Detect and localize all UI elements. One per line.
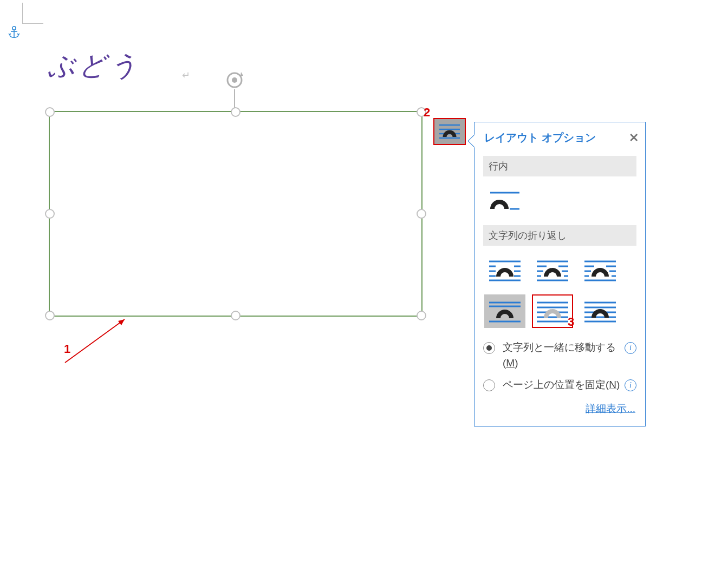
resize-handle[interactable] <box>45 209 55 219</box>
resize-handle[interactable] <box>417 209 426 219</box>
info-icon[interactable]: i <box>625 342 636 354</box>
panel-title: レイアウト オプション <box>484 130 596 145</box>
wrap-option-through[interactable] <box>580 253 621 287</box>
wrap-option-tight[interactable] <box>532 253 573 287</box>
resize-handle[interactable] <box>231 107 240 117</box>
anchor-icon <box>8 25 20 43</box>
paragraph-mark-icon: ↵ <box>182 69 190 81</box>
radio-move-with-text[interactable]: 文字列と一緒に移動する(M) i <box>483 340 636 371</box>
callout-2: 2 <box>424 106 430 120</box>
info-icon[interactable]: i <box>625 379 636 391</box>
wrap-option-infront[interactable] <box>580 294 621 328</box>
close-icon[interactable]: ✕ <box>629 131 639 145</box>
resize-handle[interactable] <box>45 107 55 117</box>
section-header-inline: 行内 <box>483 156 636 176</box>
resize-handle[interactable] <box>45 311 55 320</box>
resize-handle[interactable] <box>231 311 240 320</box>
radio-icon <box>483 379 495 391</box>
svg-marker-6 <box>118 319 125 325</box>
wrap-option-inline[interactable] <box>484 184 525 218</box>
radio-label: 文字列と一緒に移動する(M) <box>503 340 622 371</box>
annotation-arrow <box>60 314 135 368</box>
wrap-option-behind[interactable] <box>532 294 573 328</box>
svg-point-0 <box>12 27 16 30</box>
rotate-handle-icon[interactable] <box>225 70 244 92</box>
wrap-option-topbottom[interactable] <box>484 294 525 328</box>
callout-3: 3 <box>568 315 574 329</box>
resize-handle[interactable] <box>417 311 426 320</box>
radio-label: ページ上の位置を固定(N) <box>503 377 622 393</box>
page-margin-corner <box>22 3 43 24</box>
section-header-wrap: 文字列の折り返し <box>483 225 636 246</box>
layout-options-panel: レイアウト オプション ✕ 行内 文字列の折り返し <box>474 122 646 426</box>
svg-point-4 <box>232 77 237 83</box>
wrap-option-square[interactable] <box>484 253 525 287</box>
callout-1: 1 <box>64 342 70 356</box>
svg-line-5 <box>65 319 125 363</box>
radio-fix-on-page[interactable]: ページ上の位置を固定(N) i <box>483 377 636 393</box>
detail-link[interactable]: 詳細表示... <box>586 403 635 414</box>
selected-shape[interactable] <box>49 111 422 317</box>
layout-options-button[interactable] <box>433 118 466 145</box>
shape-text: ぶどう <box>48 48 140 84</box>
rotate-handle-stem <box>234 89 235 108</box>
radio-icon <box>483 342 495 354</box>
